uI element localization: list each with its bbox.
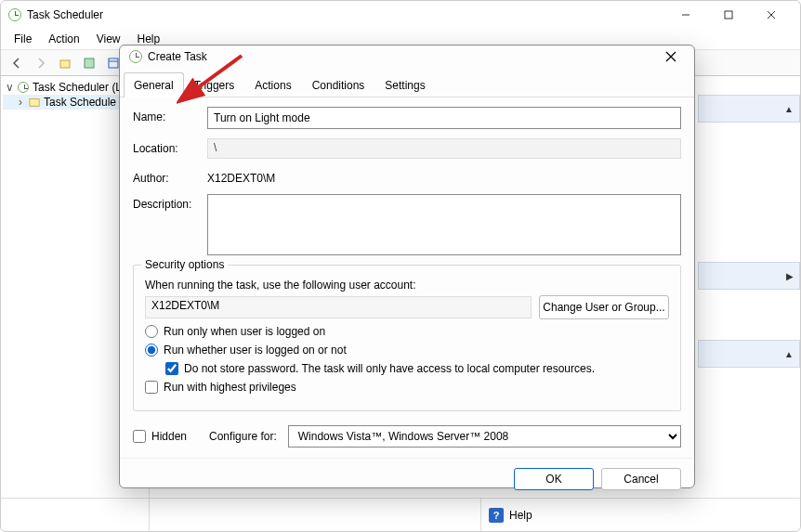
location-label: Location: <box>133 138 200 155</box>
location-value: \ <box>207 138 681 159</box>
description-input[interactable] <box>207 194 681 255</box>
forward-button[interactable] <box>31 53 51 73</box>
run-whether-label: Run whether user is logged on or not <box>164 344 347 357</box>
actions-header-1[interactable]: ▲ <box>698 95 800 123</box>
run-whether-radio[interactable]: Run whether user is logged on or not <box>145 344 669 357</box>
configure-for-select[interactable]: Windows Vista™, Windows Server™ 2008 <box>288 425 681 448</box>
tab-settings[interactable]: Settings <box>374 72 435 97</box>
description-label: Description: <box>133 194 200 211</box>
svg-rect-6 <box>109 58 118 68</box>
tab-general[interactable]: General <box>124 72 184 97</box>
tab-actions[interactable]: Actions <box>244 72 301 97</box>
dialog-titlebar: Create Task <box>120 45 694 68</box>
no-password-label: Do not store password. The task will onl… <box>184 362 595 375</box>
folder-icon <box>29 97 40 108</box>
statusbar: ? Help <box>1 498 800 531</box>
show-hide-button[interactable] <box>79 53 99 73</box>
run-logged-on-label: Run only when user is logged on <box>164 325 325 338</box>
dialog-tabs: General Triggers Actions Conditions Sett… <box>120 71 694 97</box>
svg-rect-5 <box>85 58 94 68</box>
tree-root-label: Task Scheduler (L <box>33 81 122 94</box>
svg-rect-4 <box>60 60 70 68</box>
user-account-field: X12DEXT0\M <box>145 296 532 318</box>
hidden-label: Hidden <box>151 430 187 443</box>
close-button[interactable] <box>750 2 793 28</box>
window-title: Task Scheduler <box>27 8 103 21</box>
tree-child-label: Task Schedule <box>44 96 116 109</box>
menu-file[interactable]: File <box>7 31 39 47</box>
expand-icon: ▶ <box>786 271 794 281</box>
svg-rect-1 <box>725 11 732 19</box>
scheduler-icon <box>18 82 29 93</box>
run-logged-on-radio[interactable]: Run only when user is logged on <box>145 325 669 338</box>
status-help[interactable]: ? Help <box>480 499 800 531</box>
security-legend: Security options <box>141 258 228 271</box>
tab-conditions[interactable]: Conditions <box>302 72 375 97</box>
ok-button[interactable]: OK <box>514 468 594 490</box>
security-options-group: Security options When running the task, … <box>133 265 681 411</box>
svg-rect-10 <box>30 99 39 107</box>
author-value: X12DEXT0\M <box>207 168 681 185</box>
expander-icon[interactable]: › <box>16 96 25 109</box>
up-button[interactable] <box>55 53 75 73</box>
help-icon: ? <box>489 508 504 523</box>
dialog-close-button[interactable] <box>657 45 685 68</box>
clock-icon <box>129 50 142 63</box>
actions-column: ▲ ▶ ▲ <box>698 76 800 515</box>
dialog-title: Create Task <box>148 50 207 63</box>
create-task-dialog: Create Task General Triggers Actions Con… <box>119 45 695 488</box>
highest-privileges-label: Run with highest privileges <box>164 381 296 394</box>
security-prompt: When running the task, use the following… <box>145 279 669 292</box>
actions-header-3[interactable]: ▲ <box>698 340 800 368</box>
tab-triggers[interactable]: Triggers <box>184 72 245 97</box>
author-label: Author: <box>133 168 200 185</box>
name-label: Name: <box>133 107 200 123</box>
no-password-checkbox[interactable]: Do not store password. The task will onl… <box>165 362 669 375</box>
configure-for-label: Configure for: <box>209 430 277 443</box>
hidden-checkbox[interactable]: Hidden <box>133 430 187 443</box>
status-help-label: Help <box>509 509 532 522</box>
collapse-icon: ▲ <box>784 349 794 359</box>
menu-action[interactable]: Action <box>41 31 86 47</box>
change-user-button[interactable]: Change User or Group... <box>539 295 669 319</box>
expander-icon[interactable]: ∨ <box>5 81 14 94</box>
collapse-icon: ▲ <box>784 104 794 114</box>
maximize-button[interactable] <box>707 2 750 28</box>
highest-privileges-checkbox[interactable]: Run with highest privileges <box>145 381 669 394</box>
actions-header-2[interactable]: ▶ <box>698 262 800 290</box>
minimize-button[interactable] <box>664 2 707 28</box>
app-icon <box>8 8 21 21</box>
titlebar: Task Scheduler <box>1 1 800 29</box>
back-button[interactable] <box>7 53 27 73</box>
name-input[interactable] <box>207 107 681 129</box>
cancel-button[interactable]: Cancel <box>601 468 681 490</box>
